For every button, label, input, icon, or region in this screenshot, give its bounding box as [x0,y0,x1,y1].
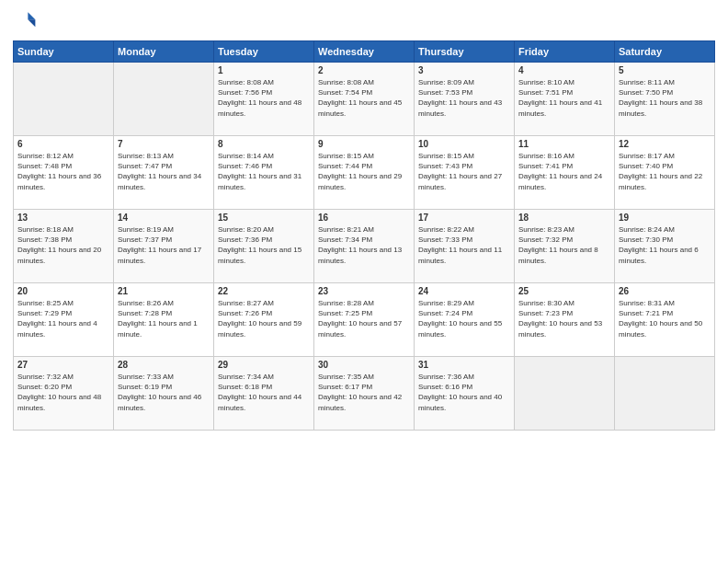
day-info: Sunrise: 8:28 AM Sunset: 7:25 PM Dayligh… [318,298,410,339]
day-number: 14 [118,213,210,223]
day-info: Sunrise: 7:34 AM Sunset: 6:18 PM Dayligh… [218,372,310,413]
day-cell: 17Sunrise: 8:22 AM Sunset: 7:33 PM Dayli… [415,210,515,283]
day-info: Sunrise: 8:11 AM Sunset: 7:50 PM Dayligh… [619,77,711,119]
day-info: Sunrise: 8:17 AM Sunset: 7:40 PM Dayligh… [619,151,711,192]
week-row-2: 6Sunrise: 8:12 AM Sunset: 7:48 PM Daylig… [14,136,715,210]
day-number: 20 [17,286,109,296]
day-number: 17 [418,213,510,223]
day-number: 7 [118,139,210,149]
week-row-1: 1Sunrise: 8:08 AM Sunset: 7:56 PM Daylig… [14,63,715,136]
day-cell: 5Sunrise: 8:11 AM Sunset: 7:50 PM Daylig… [615,63,715,136]
day-number: 4 [518,65,610,75]
day-info: Sunrise: 7:33 AM Sunset: 6:19 PM Dayligh… [118,372,210,413]
col-header-sunday: Sunday [14,41,114,63]
day-cell: 9Sunrise: 8:15 AM Sunset: 7:44 PM Daylig… [314,136,415,210]
page: SundayMondayTuesdayWednesdayThursdayFrid… [0,0,728,563]
day-info: Sunrise: 8:30 AM Sunset: 7:23 PM Dayligh… [518,298,610,339]
day-cell: 31Sunrise: 7:36 AM Sunset: 6:16 PM Dayli… [415,357,515,431]
col-header-wednesday: Wednesday [314,41,415,63]
day-info: Sunrise: 8:19 AM Sunset: 7:37 PM Dayligh… [118,224,210,266]
day-info: Sunrise: 8:15 AM Sunset: 7:43 PM Dayligh… [418,151,510,192]
day-info: Sunrise: 8:26 AM Sunset: 7:28 PM Dayligh… [118,298,210,339]
day-cell: 10Sunrise: 8:15 AM Sunset: 7:43 PM Dayli… [415,136,515,210]
col-header-friday: Friday [515,41,615,63]
day-info: Sunrise: 8:13 AM Sunset: 7:47 PM Dayligh… [118,151,210,192]
logo [13,9,37,35]
week-row-5: 27Sunrise: 7:32 AM Sunset: 6:20 PM Dayli… [14,357,715,431]
week-row-3: 13Sunrise: 8:18 AM Sunset: 7:38 PM Dayli… [14,210,715,283]
day-cell: 19Sunrise: 8:24 AM Sunset: 7:30 PM Dayli… [615,210,715,283]
logo-icon [15,9,37,31]
day-number: 5 [619,65,711,75]
day-cell: 21Sunrise: 8:26 AM Sunset: 7:28 PM Dayli… [114,283,214,357]
day-number: 8 [218,139,310,149]
day-cell: 16Sunrise: 8:21 AM Sunset: 7:34 PM Dayli… [314,210,415,283]
day-cell: 15Sunrise: 8:20 AM Sunset: 7:36 PM Dayli… [214,210,314,283]
day-number: 1 [218,65,310,75]
day-number: 6 [17,139,109,149]
day-cell: 26Sunrise: 8:31 AM Sunset: 7:21 PM Dayli… [615,283,715,357]
svg-marker-0 [28,12,35,19]
day-info: Sunrise: 8:23 AM Sunset: 7:32 PM Dayligh… [518,224,610,266]
day-number: 11 [518,139,610,149]
day-number: 30 [318,360,410,370]
day-number: 9 [318,139,410,149]
week-row-4: 20Sunrise: 8:25 AM Sunset: 7:29 PM Dayli… [14,283,715,357]
day-number: 15 [218,213,310,223]
day-info: Sunrise: 8:21 AM Sunset: 7:34 PM Dayligh… [318,224,410,266]
day-cell: 14Sunrise: 8:19 AM Sunset: 7:37 PM Dayli… [114,210,214,283]
day-cell: 4Sunrise: 8:10 AM Sunset: 7:51 PM Daylig… [515,63,615,136]
day-number: 2 [318,65,410,75]
day-number: 29 [218,360,310,370]
day-number: 19 [619,213,711,223]
col-header-monday: Monday [114,41,214,63]
day-info: Sunrise: 8:20 AM Sunset: 7:36 PM Dayligh… [218,224,310,266]
day-cell: 22Sunrise: 8:27 AM Sunset: 7:26 PM Dayli… [214,283,314,357]
header-row: SundayMondayTuesdayWednesdayThursdayFrid… [14,41,715,63]
day-cell: 11Sunrise: 8:16 AM Sunset: 7:41 PM Dayli… [515,136,615,210]
day-cell: 12Sunrise: 8:17 AM Sunset: 7:40 PM Dayli… [615,136,715,210]
day-cell: 20Sunrise: 8:25 AM Sunset: 7:29 PM Dayli… [14,283,114,357]
day-cell: 30Sunrise: 7:35 AM Sunset: 6:17 PM Dayli… [314,357,415,431]
day-info: Sunrise: 8:08 AM Sunset: 7:56 PM Dayligh… [218,77,310,119]
day-info: Sunrise: 7:36 AM Sunset: 6:16 PM Dayligh… [418,372,510,413]
day-number: 3 [418,65,510,75]
col-header-saturday: Saturday [615,41,715,63]
col-header-tuesday: Tuesday [214,41,314,63]
day-info: Sunrise: 8:12 AM Sunset: 7:48 PM Dayligh… [17,151,109,192]
day-number: 22 [218,286,310,296]
day-number: 27 [17,360,109,370]
day-info: Sunrise: 8:15 AM Sunset: 7:44 PM Dayligh… [318,151,410,192]
day-cell: 28Sunrise: 7:33 AM Sunset: 6:19 PM Dayli… [114,357,214,431]
day-info: Sunrise: 8:18 AM Sunset: 7:38 PM Dayligh… [17,224,109,266]
day-cell: 3Sunrise: 8:09 AM Sunset: 7:53 PM Daylig… [415,63,515,136]
day-cell: 7Sunrise: 8:13 AM Sunset: 7:47 PM Daylig… [114,136,214,210]
day-cell: 2Sunrise: 8:08 AM Sunset: 7:54 PM Daylig… [314,63,415,136]
day-cell: 29Sunrise: 7:34 AM Sunset: 6:18 PM Dayli… [214,357,314,431]
day-number: 24 [418,286,510,296]
day-cell [515,357,615,431]
day-number: 28 [118,360,210,370]
day-cell: 6Sunrise: 8:12 AM Sunset: 7:48 PM Daylig… [14,136,114,210]
day-cell: 25Sunrise: 8:30 AM Sunset: 7:23 PM Dayli… [515,283,615,357]
day-cell: 1Sunrise: 8:08 AM Sunset: 7:56 PM Daylig… [214,63,314,136]
day-cell: 13Sunrise: 8:18 AM Sunset: 7:38 PM Dayli… [14,210,114,283]
day-number: 13 [17,213,109,223]
day-info: Sunrise: 8:22 AM Sunset: 7:33 PM Dayligh… [418,224,510,266]
day-info: Sunrise: 8:31 AM Sunset: 7:21 PM Dayligh… [619,298,711,339]
day-number: 25 [518,286,610,296]
day-cell: 23Sunrise: 8:28 AM Sunset: 7:25 PM Dayli… [314,283,415,357]
calendar-table: SundayMondayTuesdayWednesdayThursdayFrid… [13,40,715,431]
day-info: Sunrise: 8:08 AM Sunset: 7:54 PM Dayligh… [318,77,410,119]
col-header-thursday: Thursday [415,41,515,63]
day-number: 23 [318,286,410,296]
day-cell: 18Sunrise: 8:23 AM Sunset: 7:32 PM Dayli… [515,210,615,283]
day-info: Sunrise: 8:09 AM Sunset: 7:53 PM Dayligh… [418,77,510,119]
day-number: 10 [418,139,510,149]
day-number: 18 [518,213,610,223]
day-number: 31 [418,360,510,370]
day-number: 21 [118,286,210,296]
day-info: Sunrise: 8:27 AM Sunset: 7:26 PM Dayligh… [218,298,310,339]
day-cell [615,357,715,431]
day-cell [114,63,214,136]
